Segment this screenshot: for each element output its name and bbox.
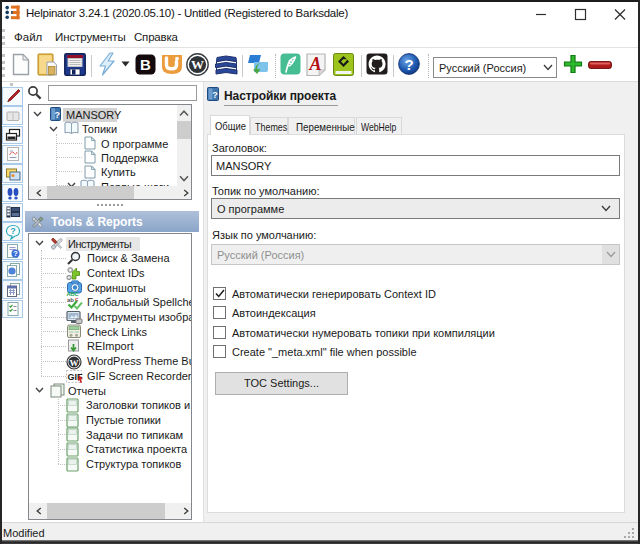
svg-text:B: B: [140, 56, 151, 73]
svg-text:?: ?: [54, 110, 60, 120]
svg-text:?: ?: [212, 90, 218, 100]
svg-text:W: W: [191, 57, 204, 72]
svg-text:W: W: [70, 357, 79, 367]
svg-text:ab: ab: [67, 297, 74, 303]
svg-text:?: ?: [404, 56, 413, 73]
svg-text:?: ?: [13, 249, 18, 258]
svg-text:?: ?: [10, 226, 16, 236]
svg-text:A: A: [308, 54, 321, 74]
